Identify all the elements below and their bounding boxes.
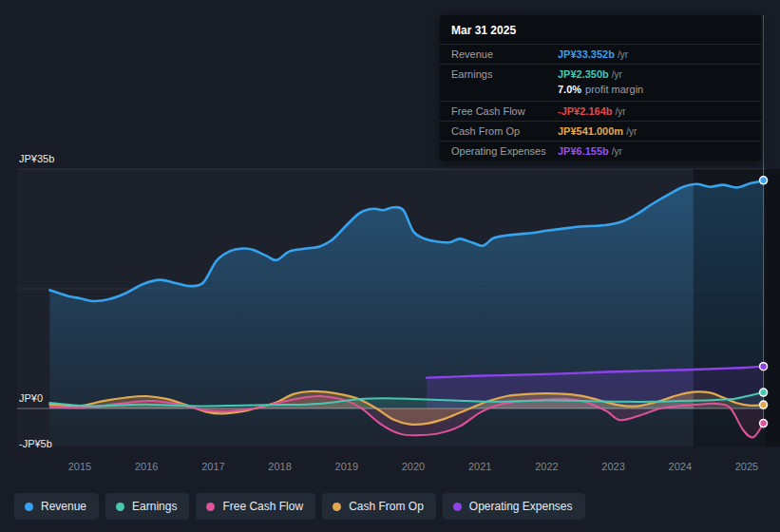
free-cash-flow-dot-icon [206, 503, 215, 511]
tooltip-value: -JP¥2.164b [558, 105, 612, 117]
legend-label: Free Cash Flow [222, 501, 303, 512]
series-end-marker [760, 401, 768, 408]
legend-label: Earnings [132, 501, 177, 512]
cash-from-op-dot-icon [333, 503, 341, 511]
legend-label: Operating Expenses [469, 501, 573, 512]
tooltip-row-profit-margin: 7.0% profit margin [440, 84, 761, 101]
chart-tooltip: Mar 31 2025 Revenue JP¥33.352b /yr Earni… [440, 15, 761, 161]
y-axis-label: JP¥0 [19, 392, 43, 404]
x-axis-label: 2022 [535, 461, 558, 472]
revenue-dot-icon [25, 503, 33, 511]
tooltip-suffix: /yr [626, 126, 637, 137]
series-end-marker [760, 177, 768, 184]
x-axis-label: 2019 [335, 461, 358, 472]
tooltip-row-revenue: Revenue JP¥33.352b /yr [440, 44, 761, 64]
tooltip-date: Mar 31 2025 [440, 15, 761, 44]
legend-item-cash-from-op[interactable]: Cash From Op [322, 493, 436, 520]
tooltip-label: Earnings [451, 68, 558, 80]
series-end-marker [760, 389, 768, 396]
y-axis-label: -JP¥5b [19, 438, 52, 449]
tooltip-row-earnings: Earnings JP¥2.350b /yr [440, 64, 761, 84]
profit-margin-value: 7.0% [558, 84, 581, 95]
tooltip-row-operating-expenses: Operating Expenses JP¥6.155b /yr [440, 141, 761, 161]
tooltip-label: Revenue [451, 48, 558, 60]
earnings-revenue-history-panel: JP¥35bJP¥0-JP¥5b201520162017201820192020… [0, 0, 780, 532]
tooltip-row-cash-from-op: Cash From Op JP¥541.000m /yr [440, 121, 761, 141]
tooltip-value: JP¥6.155b [558, 145, 609, 157]
earnings-dot-icon [116, 503, 124, 511]
x-axis-label: 2015 [68, 461, 91, 472]
tooltip-label: Free Cash Flow [451, 105, 558, 117]
x-axis-label: 2023 [601, 461, 624, 472]
y-axis-label: JP¥35b [19, 153, 54, 164]
x-axis-label: 2018 [268, 461, 291, 472]
tooltip-value: JP¥541.000m [558, 125, 623, 137]
legend-item-operating-expenses[interactable]: Operating Expenses [443, 493, 585, 520]
legend-item-free-cash-flow[interactable]: Free Cash Flow [196, 493, 315, 520]
x-axis-label: 2016 [135, 461, 158, 472]
tooltip-value: JP¥33.352b [558, 48, 615, 60]
tooltip-value: JP¥2.350b [558, 68, 609, 80]
x-axis-label: 2021 [468, 461, 491, 472]
tooltip-suffix: /yr [615, 106, 625, 117]
tooltip-row-free-cash-flow: Free Cash Flow -JP¥2.164b /yr [440, 101, 761, 121]
profit-margin-label: profit margin [585, 84, 643, 95]
tooltip-label: Cash From Op [451, 125, 558, 137]
legend-item-revenue[interactable]: Revenue [14, 493, 99, 520]
tooltip-suffix: /yr [618, 49, 628, 60]
legend-label: Revenue [41, 501, 86, 512]
operating-expenses-dot-icon [453, 503, 462, 511]
legend-item-earnings[interactable]: Earnings [105, 493, 189, 520]
legend-label: Cash From Op [349, 501, 424, 512]
x-axis-label: 2020 [402, 461, 425, 472]
tooltip-suffix: /yr [612, 146, 622, 157]
x-axis-label: 2017 [201, 461, 224, 472]
series-end-marker [760, 363, 768, 370]
chart-legend: Revenue Earnings Free Cash Flow Cash Fro… [14, 493, 585, 520]
series-end-marker [760, 420, 768, 428]
tooltip-suffix: /yr [612, 69, 622, 80]
tooltip-label: Operating Expenses [451, 145, 558, 157]
x-axis-label: 2025 [735, 461, 758, 472]
x-axis-label: 2024 [669, 461, 692, 472]
